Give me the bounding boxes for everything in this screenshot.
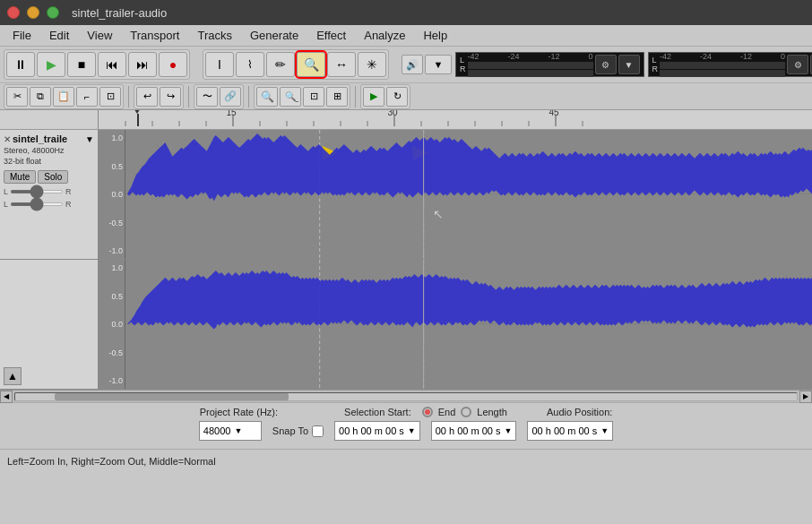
- vu-arrow-button[interactable]: ▼: [618, 55, 640, 74]
- zoom-sel-button[interactable]: ⊞: [326, 87, 348, 107]
- maximize-button[interactable]: [47, 6, 59, 19]
- envelope-tool-button[interactable]: ⌇: [236, 52, 264, 77]
- menu-edit[interactable]: Edit: [42, 27, 76, 44]
- minimize-button[interactable]: [27, 6, 39, 19]
- menu-generate[interactable]: Generate: [243, 27, 306, 44]
- time-selector-3[interactable]: 00 h 00 m 00 s ▼: [527, 421, 613, 441]
- rate-dropdown-arrow: ▼: [234, 426, 242, 435]
- audio-position-label: Audio Position:: [547, 407, 612, 417]
- menu-bar: File Edit View Transport Tracks Generate…: [0, 25, 812, 47]
- menu-effect[interactable]: Effect: [309, 27, 353, 44]
- track-1-dropdown-button[interactable]: ▼: [85, 134, 94, 144]
- track-1-gain-label: L: [4, 187, 8, 196]
- scroll-left-button[interactable]: ◀: [0, 391, 13, 403]
- multi-tool-button[interactable]: ✳: [358, 52, 386, 77]
- record-button[interactable]: ●: [159, 52, 187, 77]
- zoom-in-button[interactable]: 🔍: [256, 87, 278, 107]
- menu-tracks[interactable]: Tracks: [190, 27, 239, 44]
- stop-button[interactable]: ■: [67, 52, 96, 77]
- next-button[interactable]: ⏭: [128, 52, 157, 77]
- timeline-ruler: 15 30 45: [0, 110, 812, 130]
- scroll-right-button[interactable]: ▶: [799, 391, 812, 403]
- zoom-out-button[interactable]: 🔍 −: [280, 87, 301, 107]
- rec-vu-mark-2: -24: [700, 52, 712, 61]
- rec-vu-mark-4: 0: [781, 52, 785, 61]
- rec-vu-bars: -42 -24 -12 0: [660, 52, 785, 77]
- vu-settings-button[interactable]: ⚙: [595, 55, 617, 74]
- speaker-button[interactable]: 🔊: [402, 55, 423, 74]
- scroll-track[interactable]: [14, 392, 798, 401]
- zoom-fit-button[interactable]: ⊡: [303, 87, 324, 107]
- track-1-pan-row: L R: [4, 200, 94, 209]
- track-1-waveform[interactable]: 1.0 0.5 0.0 -0.5 -1.0: [99, 130, 812, 259]
- time-selector-1[interactable]: 00 h 00 m 00 s ▼: [334, 421, 420, 441]
- ruler-left-spacer: [0, 110, 99, 129]
- zoom-tool-button active highlight-box[interactable]: 🔍: [297, 52, 325, 77]
- track-1-pan-slider[interactable]: [10, 202, 64, 206]
- zoom-section: 🔍 🔍 − ⊡ ⊞: [254, 84, 350, 109]
- length-radio-button[interactable]: [461, 407, 471, 417]
- pencil-tool-button[interactable]: ✏: [266, 52, 295, 77]
- redo-button[interactable]: ↪: [160, 87, 181, 107]
- copy-button[interactable]: ⧉: [30, 87, 51, 107]
- track-1-buttons: Mute Solo: [4, 170, 94, 184]
- close-button[interactable]: [7, 6, 20, 19]
- paste-button[interactable]: 📋: [53, 87, 74, 107]
- snap-to-checkbox[interactable]: [312, 425, 324, 437]
- menu-transport[interactable]: Transport: [123, 27, 186, 44]
- end-radio-button[interactable]: [422, 407, 433, 417]
- y2-n0.5: -0.5: [108, 348, 123, 357]
- timeshift-tool-button[interactable]: ↔: [327, 52, 356, 77]
- ruler-marks-area: 15 30 45: [99, 110, 812, 129]
- playback-vu: LR -42 -24 -12 0 ⚙ ▼: [455, 52, 644, 77]
- prev-icon: ⏮: [106, 57, 118, 72]
- envelope-icon: ⌇: [247, 58, 253, 71]
- undo-button[interactable]: ↩: [136, 87, 158, 107]
- cut-button[interactable]: ✂: [6, 87, 28, 107]
- track-1-mute-button[interactable]: Mute: [4, 170, 36, 184]
- scroll-thumb[interactable]: [55, 393, 289, 400]
- playback-sep: [355, 86, 356, 107]
- rec-vu-settings-button[interactable]: ⚙: [787, 55, 808, 74]
- horizontal-scrollbar[interactable]: ◀ ▶: [0, 390, 812, 402]
- vu-bar-l: [468, 62, 593, 69]
- project-rate-selector[interactable]: 48000 ▼: [199, 421, 262, 441]
- track-1-y-axis: 1.0 0.5 0.0 -0.5 -1.0: [99, 130, 125, 259]
- trim-button[interactable]: ⌐: [76, 87, 98, 107]
- silence-button[interactable]: ⊡: [99, 87, 121, 107]
- cursor-tool-button[interactable]: I: [205, 52, 234, 77]
- volume-dropdown[interactable]: ▼: [425, 55, 452, 74]
- draw-sep: [248, 86, 249, 107]
- menu-view[interactable]: View: [80, 27, 119, 44]
- playback-ctrl-section: ▶ ↻: [360, 84, 410, 109]
- vu-lr-label: LR: [460, 56, 466, 73]
- track-2-waveform[interactable]: 1.0 0.5 0.0 -0.5 -1.0: [99, 260, 812, 389]
- prev-button[interactable]: ⏮: [98, 52, 126, 77]
- track-1-close-button[interactable]: ✕: [4, 134, 11, 144]
- track-1-gain-row: L R: [4, 187, 94, 196]
- draw-mode-button[interactable]: 〜: [196, 87, 218, 107]
- window-title: sintel_trailer-audio: [72, 6, 167, 20]
- track-1-gain-slider[interactable]: [10, 190, 64, 193]
- track-1-pan-l-label: L: [4, 200, 8, 209]
- menu-help[interactable]: Help: [416, 27, 454, 44]
- loop-button[interactable]: ↻: [386, 87, 408, 107]
- track-1-bit-depth: 32-bit float: [4, 157, 94, 168]
- time-selector-2[interactable]: 00 h 00 m 00 s ▼: [431, 421, 517, 441]
- y-n0.5: -0.5: [108, 219, 123, 228]
- toolbar-area: ⏸ ▶ ■ ⏮ ⏭ ● I ⌇: [0, 47, 812, 110]
- pause-button[interactable]: ⏸: [6, 52, 35, 77]
- track-2-collapse-button[interactable]: ▲: [4, 367, 22, 385]
- smooth-button[interactable]: 🔗: [220, 87, 241, 107]
- green-play-button[interactable]: ▶: [363, 87, 384, 107]
- edit-sep: [128, 86, 129, 107]
- track-1-pan-r-label: R: [65, 200, 72, 209]
- play-button[interactable]: ▶: [37, 52, 65, 77]
- menu-analyze[interactable]: Analyze: [357, 27, 412, 44]
- cursor-icon: I: [218, 57, 221, 72]
- edit-section: ✂ ⧉ 📋 ⌐ ⊡: [4, 84, 124, 109]
- zoom-out-minus: −: [295, 99, 298, 105]
- track-1-solo-button[interactable]: Solo: [38, 170, 68, 184]
- track-1-panel: ✕ sintel_traile ▼ Stereo, 48000Hz 32-bit…: [0, 130, 812, 260]
- menu-file[interactable]: File: [5, 27, 39, 44]
